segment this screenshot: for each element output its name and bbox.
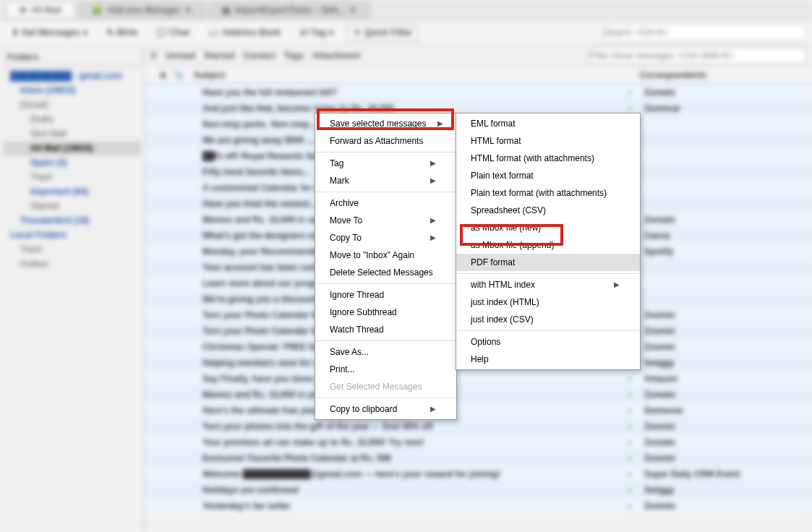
message-row[interactable]: Exclusive! Favorite Photo Calendar at Rs… (145, 450, 812, 466)
menu-item-idx-html[interactable]: just index (HTML) (456, 293, 640, 311)
menu-item-copy-clip[interactable]: Copy to clipboard▶ (315, 400, 456, 418)
menu-item-delete[interactable]: Delete Selected Messages (315, 264, 456, 281)
message-subject: Turn your photos into the gift of the ye… (145, 421, 623, 432)
submenu-arrow-icon: ▶ (430, 175, 436, 186)
tab-label: Add-ons Manager (107, 5, 180, 15)
write-button[interactable]: ✎ Write (101, 25, 144, 40)
menu-item-tag[interactable]: Tag▶ (315, 155, 456, 172)
puzzle-icon: 🧩 (92, 5, 103, 15)
filter-tags[interactable]: Tags (284, 51, 304, 61)
tag-button[interactable]: 🏷 Tag ▾ (294, 25, 339, 40)
folder-item[interactable]: Trash (3, 170, 141, 184)
folder-item[interactable]: Inbox (19815) (3, 83, 141, 98)
menu-item-pdf[interactable]: PDF format (456, 254, 640, 271)
message-correspondent: Zomato (637, 87, 812, 98)
tab-importexport[interactable]: ▣ ImportExportTools – Sett... ✕ (208, 1, 369, 19)
menu-item-label: Ignore Thread (330, 289, 384, 301)
folder-item[interactable]: Thunderbird (18) (3, 213, 141, 228)
close-icon[interactable]: ✕ (349, 5, 356, 15)
message-correspondent: Someone (637, 406, 812, 416)
menu-item-ignore-thread[interactable]: Ignore Thread (315, 286, 456, 304)
column-headers: ★📎 Subject Correspondents (145, 66, 812, 84)
message-row[interactable]: Your previous ad can make up to Rs. 10,0… (145, 434, 812, 450)
menu-item-label: Delete Selected Messages (330, 267, 433, 278)
folder-item[interactable]: ██████████ - gmail.com (3, 69, 141, 83)
menu-item-forward-attach[interactable]: Forward as Attachments (315, 132, 456, 150)
menu-item-help[interactable]: Help (456, 351, 640, 368)
global-search-input[interactable] (604, 24, 806, 41)
chat-button[interactable]: 💬 Chat (151, 25, 196, 40)
menu-item-mark[interactable]: Mark▶ (315, 172, 456, 189)
menu-item-csv[interactable]: Spreadsheet (CSV) (456, 202, 640, 219)
filter-attachment[interactable]: Attachment (312, 51, 360, 61)
menu-item-html[interactable]: HTML format (456, 132, 640, 150)
menu-item-idx-csv[interactable]: just index (CSV) (456, 311, 640, 328)
filter-unread[interactable]: Unread (166, 51, 195, 61)
folder-item[interactable]: Sent Mail (3, 126, 141, 141)
message-row[interactable]: Have you the full restaurant bill?●Zomat… (145, 84, 812, 100)
folder-item[interactable]: Spam (3) (3, 155, 141, 170)
menu-item-move-inbox[interactable]: Move to "Inbox" Again (315, 246, 456, 264)
menu-item-save-as[interactable]: Save As... (315, 343, 456, 361)
message-correspondent: Zomato (637, 390, 812, 400)
tab-label: ImportExportTools – Sett... (234, 5, 344, 15)
column-correspondents[interactable]: Correspondents (639, 70, 812, 80)
menu-item-html-index[interactable]: with HTML index▶ (456, 276, 640, 293)
menu-item-move-to[interactable]: Move To▶ (315, 212, 456, 229)
menu-item-label: Tag (330, 158, 343, 169)
message-correspondent: Zoomin (637, 326, 812, 336)
message-correspondent: Canva (637, 231, 812, 241)
folder-item[interactable]: Local Folders (3, 228, 141, 242)
message-row[interactable]: Holidays are confirmed●Swiggy (145, 481, 812, 497)
message-row[interactable]: Say Finally, have you done good this yea… (145, 370, 812, 386)
folder-item[interactable]: Trash (3, 242, 141, 257)
menu-item-html-att[interactable]: HTML format (with attachments) (456, 150, 640, 167)
menu-item-mbox-new[interactable]: as Mbox file (new) (456, 219, 640, 236)
message-row[interactable]: Memos and Rs. 10,000 in your Inventory!●… (145, 386, 812, 402)
menu-item-mbox-app[interactable]: as Mbox file (append) (456, 236, 640, 254)
address-book-button[interactable]: 📖 Address Book (202, 25, 286, 40)
folder-item[interactable]: All Mail (19815) (3, 141, 141, 155)
folder-item[interactable]: [Gmail] (3, 98, 141, 112)
status-dot-icon: ● (623, 374, 637, 382)
tab-addons[interactable]: 🧩 Add-ons Manager ✕ (78, 1, 205, 19)
menu-item-label: Save selected messages (330, 118, 426, 129)
menu-item-label: HTML format (with attachments) (471, 153, 594, 164)
folder-item[interactable]: Drafts (3, 112, 141, 126)
menu-separator (315, 283, 456, 284)
message-row[interactable]: Turn your photos into the gift of the ye… (145, 418, 812, 434)
message-subject: Welcome ███████████@gmail.com — here's y… (145, 469, 623, 479)
menu-item-options[interactable]: Options (456, 333, 640, 351)
menu-item-archive[interactable]: Archive (315, 194, 456, 212)
folder-item[interactable]: Starred (3, 199, 141, 213)
message-subject: Yesterday's fav seller (145, 501, 623, 511)
menu-item-eml[interactable]: EML format (456, 115, 640, 132)
filter-starred[interactable]: Starred (204, 51, 234, 61)
column-subject[interactable]: Subject (188, 70, 625, 80)
menu-item-text-att[interactable]: Plain text format (with attachments) (456, 184, 640, 202)
folder-item[interactable]: Important (64) (3, 184, 141, 199)
folder-sidebar: Folders ██████████ - gmail.comInbox (198… (0, 45, 145, 532)
menu-item-print[interactable]: Print... (315, 361, 456, 378)
menu-item-text[interactable]: Plain text format (456, 167, 640, 184)
menu-separator (315, 398, 456, 398)
menu-separator (315, 192, 456, 192)
message-filter-input[interactable] (589, 48, 806, 64)
quick-filter-button[interactable]: ▼ Quick Filter (346, 24, 419, 41)
filter-contact[interactable]: Contact (243, 51, 275, 61)
filter-icon[interactable]: ⚲ (150, 51, 157, 61)
folder-item[interactable]: Outbox (3, 257, 141, 271)
menu-item-ignore-sub[interactable]: Ignore Subthread (315, 304, 456, 321)
get-messages-button[interactable]: ⬇ Get Messages ▾ (6, 25, 93, 40)
message-row[interactable]: Welcome ███████████@gmail.com — here's y… (145, 466, 812, 481)
close-icon[interactable]: ✕ (184, 5, 192, 15)
menu-item-watch-thread[interactable]: Watch Thread (315, 321, 456, 338)
menu-item-label: Plain text format (with attachments) (471, 187, 607, 199)
menu-item-copy-to[interactable]: Copy To▶ (315, 229, 456, 246)
chevron-down-icon: ▾ (329, 27, 333, 38)
message-row[interactable]: Yesterday's fav seller●Zoomin (145, 497, 812, 513)
menu-item-save-selected[interactable]: Save selected messages▶ (315, 115, 456, 132)
message-row[interactable]: Here's the ultimate free planning checkl… (145, 402, 812, 418)
message-correspondent: Super Daily CRM Event (637, 469, 812, 479)
tab-all-mail[interactable]: ✉ All Mail (6, 1, 75, 19)
